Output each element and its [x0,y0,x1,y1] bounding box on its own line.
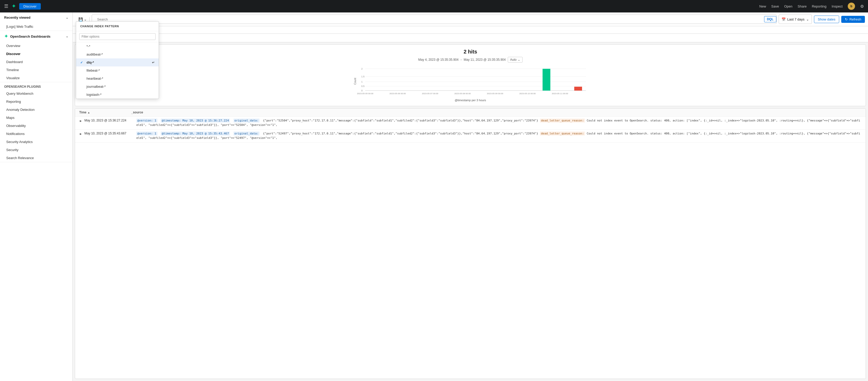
date-from: May 4, 2023 @ 15:35:35.904 [418,58,458,62]
share-link[interactable]: Share [798,4,807,8]
sidebar-item-search-relevance[interactable]: Search Relevance [0,154,72,162]
chevron-down-icon-date: ⌄ [806,18,809,21]
dropdown-item[interactable]: heartbeat-* [76,74,159,82]
chevron-down-icon-index: ⌄ [84,18,87,21]
top-nav: ☰ ✦ Discover New Save Open Share Reporti… [0,0,868,12]
sidebar-item-reporting[interactable]: Reporting [0,98,72,106]
bar-may11 [574,87,582,91]
index-selector-wrapper: 💾 ⌄ CHANGE INDEX PATTERN *-*auditbeat-*✓… [76,17,90,21]
enter-icon: ↵ [152,61,155,64]
dropdown-item[interactable]: *-* [76,42,159,50]
sidebar-item-dashboard[interactable]: Dashboard [0,58,72,66]
chart-container: Count 2 1.5 1 0.5 0 [79,66,862,102]
date-range-label: Last 7 days [787,18,805,21]
dropdown-item[interactable]: journalbeat-* [76,82,159,91]
sidebar-item-security-analytics[interactable]: Security Analytics [0,138,72,146]
chart-svg: Count 2 1.5 1 0.5 0 [79,66,862,97]
auto-label: Auto [510,58,517,62]
hits-count: 2 hits [79,49,862,55]
dropdown-item-label: logstash-* [87,93,101,97]
auto-select[interactable]: Auto ⌄ [508,57,523,63]
show-dates-button[interactable]: Show dates [814,15,839,23]
dropdown-item[interactable]: filebeat-* [76,66,159,74]
dropdown-search-area [76,31,159,42]
results-section: Time ▲ _source ► May 10, 2023 @ 15:36:27… [75,108,866,379]
avatar[interactable]: b [848,3,855,10]
opensearch-dashboards-label: OpenSearch Dashboards [10,35,51,38]
plugins-label: OpenSearch Plugins [0,82,72,90]
svg-text:2: 2 [361,67,363,70]
inspect-link[interactable]: Inspect [832,4,842,8]
save-link[interactable]: Save [771,4,779,8]
svg-text:2023-05-07 00:00: 2023-05-07 00:00 [422,93,438,95]
dropdown-list: *-*auditbeat-*✓dlq-*↵filebeat-*heartbeat… [76,42,159,99]
svg-text:2023-05-08 00:00: 2023-05-08 00:00 [454,93,471,95]
dql-button[interactable]: DQL [764,16,776,22]
chart-section: 2 hits May 4, 2023 @ 15:35:35.904 - May … [75,44,866,106]
opensearch-logo-icon: ✦ [4,33,8,39]
svg-text:2023-05-11 00:00: 2023-05-11 00:00 [552,93,568,95]
sidebar-item-logs-web-traffic[interactable]: [Logs] Web Traffic [0,23,72,31]
dropdown-item[interactable]: ✓dlq-*↵ [76,59,159,66]
hamburger-icon[interactable]: ☰ [4,3,8,9]
dropdown-item-label: filebeat-* [87,69,100,72]
sidebar: Recently viewed ⌄ [Logs] Web Traffic ✦ O… [0,12,73,381]
opensearch-dashboards-header[interactable]: ✦ OpenSearch Dashboards ⌄ [0,31,72,42]
open-link[interactable]: Open [784,4,793,8]
dropdown-item-label: *-* [87,44,90,48]
opensearch-dashboards-section: ✦ OpenSearch Dashboards ⌄ Overview Disco… [0,31,72,82]
sidebar-item-observability[interactable]: Observability [0,122,72,130]
sidebar-item-visualize[interactable]: Visualize [0,74,72,82]
refresh-button[interactable]: ↻ Refresh [841,16,865,23]
sidebar-item-query-workbench[interactable]: Query Workbench [0,90,72,98]
search-bar: DQL [92,14,777,24]
sidebar-item-timeline[interactable]: Timeline [0,66,72,74]
result-time: May 10, 2023 @ 15:35:43.667 [85,132,136,135]
timestamp-tag: @timestamp: May 10, 2023 @ 15:36:27.224 [161,118,230,123]
dropdown-title: CHANGE INDEX PATTERN [76,22,159,31]
dropdown-filter-input[interactable] [79,33,156,40]
discover-button[interactable]: Discover [19,3,41,10]
date-range-display: May 4, 2023 @ 15:35:35.904 - May 11, 202… [79,57,862,63]
table-row: ► May 10, 2023 @ 15:35:43.667 @version: … [75,130,866,142]
result-time: May 10, 2023 @ 15:36:27.224 [85,118,136,122]
sort-icon[interactable]: ▲ [88,111,90,114]
sidebar-item-anomaly-detection[interactable]: Anomaly Detection [0,106,72,114]
svg-text:1.5: 1.5 [361,75,365,78]
original-data-tag-2: original_data: [234,132,260,136]
svg-text:1: 1 [361,80,363,83]
chevron-down-icon: ⌄ [66,16,68,20]
expand-icon[interactable]: ► [79,119,82,123]
sidebar-item-notifications[interactable]: Notifications [0,130,72,138]
dropdown-item-label: heartbeat-* [87,76,103,80]
dropdown-item[interactable]: logstash-* [76,91,159,99]
expand-icon[interactable]: ► [79,132,82,136]
sidebar-item-overview[interactable]: Overview [0,42,72,50]
check-icon: ✓ [80,61,85,64]
index-pattern-dropdown: CHANGE INDEX PATTERN *-*auditbeat-*✓dlq-… [76,21,159,99]
svg-text:0.5: 0.5 [361,85,365,88]
recently-viewed-label: Recently viewed [4,15,30,20]
search-input[interactable] [95,18,762,21]
recently-viewed-header[interactable]: Recently viewed ⌄ [0,12,72,23]
results-header: Time ▲ _source [75,108,866,116]
dropdown-item-label: auditbeat-* [87,53,103,56]
settings-icon[interactable]: ⚙ [860,4,864,9]
date-to: May 11, 2023 @ 15:35:35.904 [464,58,506,62]
recently-viewed-section: Recently viewed ⌄ [Logs] Web Traffic [0,12,72,31]
index-pattern-bar: dlq-* ⌄ ↞ [73,34,868,42]
index-selector[interactable]: 💾 ⌄ [76,17,90,21]
reporting-link[interactable]: Reporting [812,4,827,8]
plugins-section: OpenSearch Plugins Query Workbench Repor… [0,82,72,162]
dropdown-item[interactable]: auditbeat-* [76,50,159,59]
bar-may10 [542,69,550,91]
new-link[interactable]: New [760,4,766,8]
sidebar-item-discover[interactable]: Discover [0,50,72,58]
svg-text:2023-05-06 00:00: 2023-05-06 00:00 [389,93,406,95]
dropdown-item-label: journalbeat-* [87,84,106,89]
svg-text:Count: Count [354,78,356,84]
sidebar-item-maps[interactable]: Maps [0,114,72,122]
sidebar-item-security[interactable]: Security [0,146,72,154]
date-picker[interactable]: 📅 Last 7 days ⌄ [779,14,812,24]
dropdown-item-label: dlq-* [87,61,94,64]
